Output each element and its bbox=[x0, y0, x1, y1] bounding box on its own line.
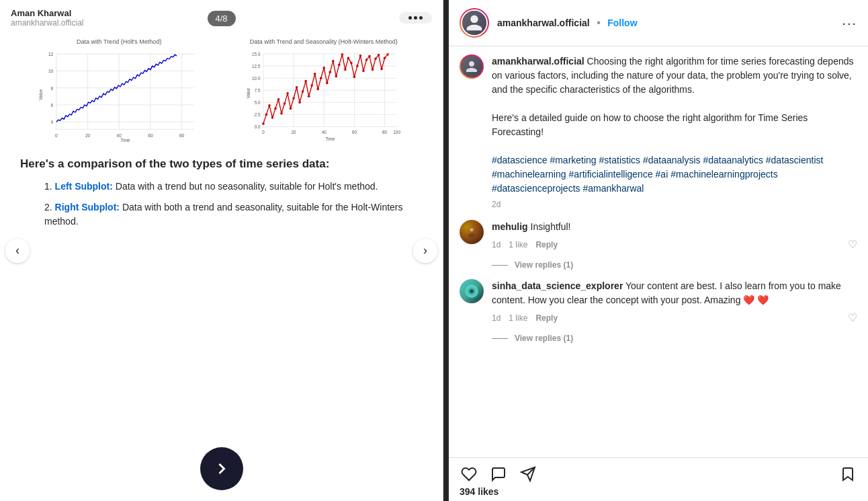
svg-point-77 bbox=[344, 69, 347, 71]
next-button[interactable]: › bbox=[413, 239, 437, 263]
svg-text:40: 40 bbox=[117, 133, 122, 138]
svg-text:40: 40 bbox=[321, 130, 327, 134]
share-button[interactable] bbox=[519, 465, 537, 484]
sinha-meta: 1d 1 like Reply ♡ bbox=[492, 311, 857, 324]
svg-point-82 bbox=[359, 54, 361, 57]
comment-mehulig: mehulig Insightful! 1d 1 like Reply ♡ bbox=[460, 220, 857, 251]
svg-point-65 bbox=[307, 95, 310, 98]
view-replies-line-2 bbox=[492, 338, 508, 339]
sinha-comment-body: sinha_data_science_explorer Your content… bbox=[492, 279, 857, 324]
list-number: 2. bbox=[44, 202, 52, 213]
comment-icon bbox=[490, 466, 507, 482]
sinha-likes: 1 like bbox=[509, 313, 527, 323]
highlight-right: Right Subplot: bbox=[55, 202, 120, 213]
svg-text:5.0: 5.0 bbox=[254, 100, 260, 105]
svg-text:20: 20 bbox=[291, 130, 296, 134]
svg-point-74 bbox=[335, 75, 337, 78]
svg-point-73 bbox=[331, 60, 334, 63]
mehulig-view-replies-row: View replies (1) bbox=[492, 260, 857, 270]
svg-point-55 bbox=[277, 98, 279, 101]
sinha-time: 1d bbox=[492, 313, 501, 323]
dot-icon bbox=[419, 16, 423, 20]
svg-point-92 bbox=[470, 228, 474, 231]
follow-button[interactable]: Follow bbox=[607, 17, 637, 28]
bookmark-button[interactable] bbox=[838, 465, 857, 484]
svg-text:15.0: 15.0 bbox=[252, 52, 261, 56]
svg-point-86 bbox=[371, 69, 374, 71]
share-icon bbox=[520, 466, 536, 482]
caption-sub-text: Here's a detailed guide on how to choose… bbox=[492, 112, 808, 137]
left-chart: Data with Trend (Holt's Method) 12 10 8 bbox=[20, 38, 218, 145]
separator-dot: • bbox=[597, 17, 601, 28]
svg-text:0: 0 bbox=[262, 130, 265, 134]
left-chart-title: Data with Trend (Holt's Method) bbox=[20, 38, 218, 45]
right-panel-header: amankharwal.official • Follow ··· bbox=[449, 0, 868, 46]
mehulig-username: mehulig bbox=[492, 221, 528, 232]
prev-button[interactable]: ‹ bbox=[5, 239, 30, 263]
svg-point-93 bbox=[468, 233, 475, 238]
action-icons-row bbox=[460, 465, 857, 484]
post-actions: 394 likes bbox=[449, 457, 868, 501]
right-chart-svg: 15.0 12.5 10.0 7.5 5.0 2.5 0.0 0 20 40 6… bbox=[225, 48, 423, 142]
caption-person-icon bbox=[465, 60, 478, 73]
sinha-heart-button[interactable]: ♡ bbox=[848, 311, 857, 324]
svg-point-67 bbox=[313, 73, 316, 75]
header-username: amankharwal.official bbox=[497, 17, 590, 28]
divider-bar bbox=[443, 0, 449, 501]
svg-text:Value: Value bbox=[38, 89, 43, 101]
comments-area[interactable]: amankharwal.official Choosing the right … bbox=[449, 46, 868, 457]
svg-text:10: 10 bbox=[48, 69, 54, 73]
mehulig-view-replies-button[interactable]: View replies (1) bbox=[515, 260, 573, 270]
sinha-username: sinha_data_science_explorer bbox=[492, 280, 623, 291]
mehulig-reply-button[interactable]: Reply bbox=[535, 240, 558, 249]
svg-text:2.5: 2.5 bbox=[254, 112, 260, 117]
svg-text:80: 80 bbox=[179, 133, 185, 138]
sinha-view-replies-button[interactable]: View replies (1) bbox=[515, 334, 573, 343]
svg-point-59 bbox=[289, 108, 292, 110]
svg-text:0: 0 bbox=[55, 133, 58, 138]
svg-text:Time: Time bbox=[120, 138, 130, 142]
caption-hashtags: #datascience #marketing #statistics #dat… bbox=[492, 155, 823, 194]
svg-point-50 bbox=[262, 122, 265, 125]
avatar-placeholder bbox=[462, 11, 486, 35]
sinha-view-replies-row: View replies (1) bbox=[492, 334, 857, 343]
caption-time: 2d bbox=[492, 200, 501, 209]
caption-block: amankharwal.official Choosing the right … bbox=[460, 54, 857, 209]
svg-point-63 bbox=[301, 90, 304, 93]
svg-point-91 bbox=[386, 53, 389, 56]
page-indicator: 4/8 bbox=[207, 11, 235, 26]
bottom-arrow-circle bbox=[200, 447, 243, 490]
author-handle: amankharwal.official bbox=[11, 18, 84, 28]
like-button[interactable] bbox=[460, 465, 478, 484]
svg-point-64 bbox=[304, 80, 307, 83]
svg-point-62 bbox=[298, 101, 301, 104]
svg-point-56 bbox=[280, 112, 283, 115]
svg-point-79 bbox=[350, 62, 353, 65]
mehulig-heart-button[interactable]: ♡ bbox=[848, 238, 857, 251]
bookmark-icon bbox=[840, 466, 856, 482]
arrow-icon bbox=[212, 459, 231, 478]
svg-point-68 bbox=[316, 88, 319, 91]
caption-username: amankharwal.official bbox=[492, 56, 584, 67]
comment-button[interactable] bbox=[489, 465, 508, 484]
author-name: Aman Kharwal bbox=[11, 8, 84, 18]
mehulig-time: 1d bbox=[492, 240, 501, 249]
person-icon bbox=[465, 13, 484, 32]
highlight-left: Left Subplot: bbox=[55, 181, 113, 192]
svg-point-85 bbox=[368, 55, 371, 58]
mehulig-avatar-icon bbox=[465, 225, 478, 239]
right-chart-title: Data with Trend and Seasonality (Holt-Wi… bbox=[225, 38, 423, 45]
mehulig-avatar bbox=[460, 220, 484, 244]
caption-avatar-inner bbox=[461, 56, 482, 77]
more-options-button[interactable]: ··· bbox=[842, 15, 857, 31]
post-options-button[interactable] bbox=[399, 12, 432, 24]
left-chart-svg: 12 10 8 6 4 0 20 40 60 80 Time Value bbox=[20, 48, 218, 142]
caption-text: amankharwal.official Choosing the right … bbox=[492, 54, 857, 196]
svg-point-89 bbox=[380, 68, 383, 71]
avatar-inner bbox=[461, 9, 488, 36]
svg-point-52 bbox=[268, 104, 271, 107]
sinha-reply-button[interactable]: Reply bbox=[535, 313, 558, 323]
list-number: 1. bbox=[44, 181, 52, 192]
svg-point-72 bbox=[329, 71, 331, 73]
svg-point-71 bbox=[325, 82, 328, 85]
